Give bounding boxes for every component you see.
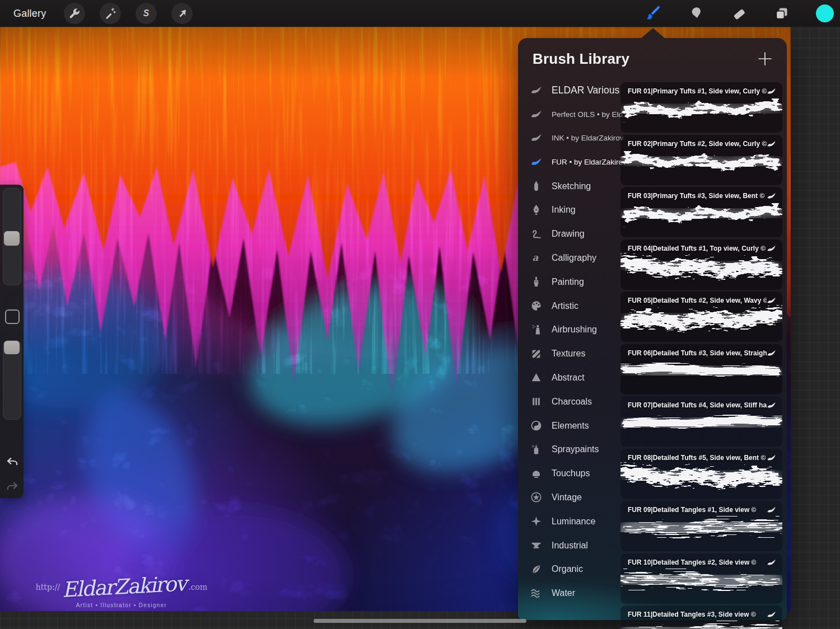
brush-item[interactable]: FUR 11|Detailed Tangles #3, Side view ©	[620, 605, 782, 629]
brush-set-mini-icon	[766, 296, 777, 306]
brush-category-list: ELDAR Various Perfect OILS • by Eld… INK…	[518, 78, 620, 605]
brush-category-item[interactable]: FUR • by EldarZakirov	[518, 150, 620, 174]
category-label: Organic	[552, 564, 583, 574]
brush-opacity-handle[interactable]	[4, 341, 20, 354]
magic-wand-icon	[104, 7, 116, 20]
brush-set-mini-icon	[766, 87, 777, 96]
undo-icon	[5, 456, 20, 470]
category-label: Water	[552, 588, 575, 598]
category-icon	[530, 252, 542, 264]
brush-set-mini-icon	[766, 139, 777, 149]
category-label: Vintage	[552, 492, 582, 503]
category-icon	[530, 156, 542, 168]
category-icon	[530, 468, 542, 480]
layers-button[interactable]	[771, 3, 792, 24]
brush-item[interactable]: FUR 05|Detailed Tufts #2, Side view, Wav…	[620, 292, 782, 342]
undo-button[interactable]	[5, 456, 20, 470]
brush-category-item[interactable]: Painting	[518, 270, 620, 294]
category-icon	[530, 85, 542, 96]
category-label: Sketching	[552, 181, 591, 191]
category-label: Abstract	[552, 373, 585, 383]
category-icon	[530, 109, 542, 120]
category-label: Airbrushing	[552, 325, 597, 335]
brush-item[interactable]: FUR 06|Detailed Tufts #3, Side view, Str…	[620, 344, 782, 395]
category-label: Industrial	[552, 541, 588, 551]
redo-button[interactable]	[5, 480, 20, 495]
brush-category-item[interactable]: Touchups	[518, 462, 620, 486]
adjustments-button[interactable]	[100, 3, 121, 24]
brush-category-item[interactable]: Drawing	[518, 222, 620, 246]
category-label: Artistic	[552, 301, 578, 311]
eraser-tool-button[interactable]	[729, 3, 750, 24]
brush-category-item[interactable]: Airbrushing	[518, 318, 620, 342]
gallery-button[interactable]: Gallery	[13, 8, 46, 20]
brush-category-item[interactable]: Charcoals	[518, 389, 620, 414]
category-icon	[530, 348, 542, 360]
brush-category-item[interactable]: Textures	[518, 342, 620, 366]
brush-category-item[interactable]: INK • by EldarZakirov	[518, 126, 620, 151]
smudge-tool-button[interactable]	[685, 3, 707, 24]
brush-category-item[interactable]: Vintage	[518, 486, 620, 510]
eraser-icon	[731, 6, 747, 21]
brush-item[interactable]: FUR 01|Primary Tufts #1, Side view, Curl…	[620, 82, 782, 133]
add-brush-set-button[interactable]	[757, 50, 773, 67]
paint-tool-button[interactable]	[642, 3, 664, 24]
brush-item[interactable]: FUR 09|Detailed Tangles #1, Side view ©	[620, 501, 782, 551]
transform-arrow-icon	[176, 7, 188, 20]
plus-icon	[757, 50, 773, 67]
brush-library-panel: Brush Library ELDAR Various Perfect OILS…	[518, 38, 787, 620]
selection-button[interactable]: S	[136, 3, 157, 24]
selection-s-icon: S	[140, 7, 152, 20]
category-icon	[530, 515, 542, 527]
brush-category-item[interactable]: Water	[518, 581, 620, 605]
brush-set-mini-icon	[766, 505, 777, 515]
brush-item[interactable]: FUR 03|Primary Tufts #3, Side view, Bent…	[620, 187, 782, 237]
brush-category-item[interactable]: Abstract	[518, 366, 620, 390]
left-tool-group: S	[64, 3, 193, 24]
category-label: ELDAR Various	[552, 85, 619, 96]
brush-item[interactable]: FUR 02|Primary Tufts #2, Side view, Curl…	[620, 135, 782, 185]
brush-category-item[interactable]: Perfect OILS • by Eld…	[518, 102, 620, 126]
brush-item[interactable]: FUR 08|Detailed Tufts #5, Side view, Ben…	[620, 449, 782, 499]
brush-item[interactable]: FUR 04|Detailed Tufts #1, Top view, Curl…	[620, 240, 782, 290]
category-label: Touchups	[552, 468, 590, 478]
category-icon	[530, 228, 542, 240]
brush-category-item[interactable]: Inking	[518, 198, 620, 222]
modify-button[interactable]	[5, 309, 20, 324]
brush-item[interactable]: FUR 10|Detailed Tangles #2, Side view ©	[620, 553, 782, 604]
top-toolbar: Gallery S	[0, 0, 840, 27]
brush-size-handle[interactable]	[4, 231, 20, 246]
brush-category-item[interactable]: ELDAR Various	[518, 78, 620, 102]
brush-name: FUR 08|Detailed Tufts #5, Side view, Ben…	[628, 454, 767, 462]
category-icon	[530, 491, 542, 503]
category-label: Inking	[552, 205, 576, 215]
category-icon	[530, 420, 542, 431]
category-label: Spraypaints	[552, 444, 599, 454]
actions-button[interactable]	[64, 3, 85, 24]
brush-name: FUR 11|Detailed Tangles #3, Side view ©	[628, 611, 767, 618]
category-label: Painting	[552, 277, 584, 287]
wrench-icon	[68, 7, 81, 20]
brush-name: FUR 05|Detailed Tufts #2, Side view, Wav…	[628, 297, 767, 304]
brush-category-item[interactable]: Elements	[518, 414, 620, 438]
category-label: Textures	[552, 349, 585, 359]
home-indicator[interactable]	[314, 619, 526, 623]
brush-category-item[interactable]: Organic	[518, 557, 620, 581]
brush-category-item[interactable]: Calligraphy	[518, 246, 620, 270]
brush-name: FUR 10|Detailed Tangles #2, Side view ©	[628, 558, 767, 566]
category-icon	[530, 324, 542, 336]
category-icon	[530, 396, 542, 407]
brush-category-item[interactable]: Artistic	[518, 294, 620, 318]
brush-category-item[interactable]: Spraypaints	[518, 438, 620, 462]
brush-category-item[interactable]: Industrial	[518, 533, 620, 557]
brush-set-mini-icon	[766, 401, 777, 410]
brush-name: FUR 09|Detailed Tangles #1, Side view ©	[628, 506, 767, 514]
brush-item[interactable]: FUR 07|Detailed Tufts #4, Side view, Sti…	[620, 396, 782, 447]
brush-set-mini-icon	[766, 244, 777, 254]
category-label: Drawing	[552, 229, 585, 239]
current-color-swatch[interactable]	[816, 4, 834, 22]
brush-category-item[interactable]: Sketching	[518, 174, 620, 198]
brush-set-mini-icon	[766, 191, 777, 201]
transform-button[interactable]	[171, 3, 193, 24]
brush-category-item[interactable]: Luminance	[518, 509, 620, 533]
